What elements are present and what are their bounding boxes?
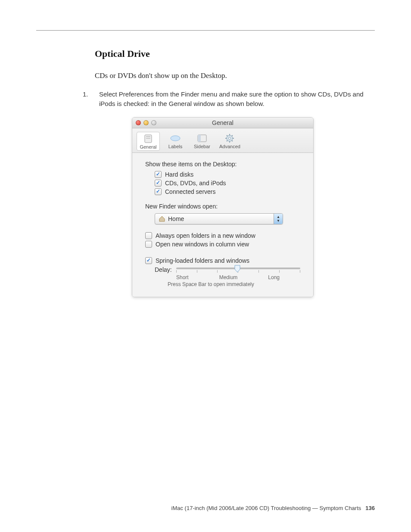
popup-label: Home bbox=[168, 215, 184, 222]
tab-label: Labels bbox=[168, 144, 182, 149]
new-windows-heading: New Finder windows open: bbox=[145, 203, 300, 210]
tab-general[interactable]: General bbox=[137, 132, 160, 151]
finder-general-prefs-window: General General Labels bbox=[132, 117, 314, 297]
slider-label-medium: Medium bbox=[219, 274, 238, 280]
svg-point-3 bbox=[171, 136, 180, 141]
traffic-lights bbox=[136, 120, 156, 125]
svg-point-7 bbox=[229, 137, 231, 139]
check-connected-servers[interactable]: Connected servers bbox=[155, 188, 300, 195]
symptom-line: CDs or DVDs don't show up on the Desktop… bbox=[95, 72, 375, 80]
delay-label: Delay: bbox=[155, 266, 172, 273]
delay-slider-row: Delay: bbox=[155, 266, 300, 274]
new-windows-popup[interactable]: Home ▲▼ bbox=[155, 213, 283, 224]
general-icon bbox=[142, 134, 154, 143]
svg-line-12 bbox=[227, 135, 227, 136]
checkbox-icon[interactable] bbox=[145, 232, 152, 239]
home-icon bbox=[159, 216, 165, 222]
check-spring-loaded[interactable]: Spring-loaded folders and windows bbox=[145, 257, 300, 264]
tab-label: Sidebar bbox=[194, 144, 210, 149]
check-label: Spring-loaded folders and windows bbox=[156, 257, 249, 264]
check-label: Hard disks bbox=[165, 171, 193, 178]
content-area: Optical Drive CDs or DVDs don't show up … bbox=[95, 48, 375, 297]
zoom-icon[interactable] bbox=[151, 120, 156, 125]
svg-rect-1 bbox=[146, 136, 150, 137]
step-1: 1. Select Preferences from the Finder me… bbox=[95, 90, 375, 109]
spacebar-hint: Press Space Bar to open immediately bbox=[168, 281, 300, 287]
page-number: 136 bbox=[365, 505, 375, 511]
slider-label-short: Short bbox=[176, 274, 189, 280]
page-footer: iMac (17-inch (Mid 2006/Late 2006 CD) Tr… bbox=[36, 505, 375, 511]
window-title: General bbox=[132, 119, 313, 126]
check-column-view[interactable]: Open new windows in column view bbox=[145, 241, 300, 248]
svg-line-13 bbox=[232, 140, 233, 141]
check-label: Always open folders in a new window bbox=[156, 232, 255, 239]
section-title: Optical Drive bbox=[95, 48, 375, 59]
checkbox-icon[interactable] bbox=[145, 241, 152, 248]
tab-labels[interactable]: Labels bbox=[164, 132, 187, 151]
check-open-new-window[interactable]: Always open folders in a new window bbox=[145, 232, 300, 239]
slider-label-long: Long bbox=[268, 274, 280, 280]
slider-tick-labels: Short Medium Long bbox=[176, 274, 280, 280]
step-number: 1. bbox=[83, 90, 91, 109]
svg-rect-5 bbox=[198, 135, 201, 142]
delay-slider[interactable] bbox=[176, 266, 300, 274]
step-text: Select Preferences from the Finder menu … bbox=[99, 90, 375, 109]
svg-line-14 bbox=[232, 135, 233, 136]
labels-icon bbox=[169, 134, 181, 143]
sidebar-icon bbox=[196, 134, 208, 143]
prefs-toolbar: General Labels Sidebar bbox=[132, 128, 313, 153]
svg-rect-2 bbox=[146, 138, 150, 139]
close-icon[interactable] bbox=[136, 120, 141, 125]
tab-label: General bbox=[140, 144, 156, 149]
show-items-heading: Show these items on the Desktop: bbox=[145, 161, 300, 168]
svg-line-15 bbox=[227, 140, 227, 141]
tab-label: Advanced bbox=[219, 144, 240, 149]
footer-text: iMac (17-inch (Mid 2006/Late 2006 CD) Tr… bbox=[171, 505, 361, 511]
header-rule bbox=[36, 30, 375, 31]
check-cds-dvds-ipods[interactable]: CDs, DVDs, and iPods bbox=[155, 180, 300, 187]
tab-advanced[interactable]: Advanced bbox=[218, 132, 242, 151]
slider-thumb-icon[interactable] bbox=[234, 265, 240, 273]
check-label: Open new windows in column view bbox=[156, 241, 249, 248]
titlebar: General bbox=[132, 118, 313, 128]
gear-icon bbox=[224, 134, 236, 143]
tab-sidebar[interactable]: Sidebar bbox=[191, 132, 213, 151]
checkbox-icon[interactable] bbox=[155, 180, 162, 187]
checkbox-icon[interactable] bbox=[145, 257, 152, 264]
prefs-pane: Show these items on the Desktop: Hard di… bbox=[132, 153, 313, 297]
check-hard-disks[interactable]: Hard disks bbox=[155, 171, 300, 178]
checkbox-icon[interactable] bbox=[155, 188, 162, 195]
chevron-up-down-icon[interactable]: ▲▼ bbox=[274, 214, 283, 224]
check-label: CDs, DVDs, and iPods bbox=[165, 180, 226, 187]
check-label: Connected servers bbox=[165, 188, 216, 195]
minimize-icon[interactable] bbox=[143, 120, 149, 125]
checkbox-icon[interactable] bbox=[155, 171, 162, 178]
